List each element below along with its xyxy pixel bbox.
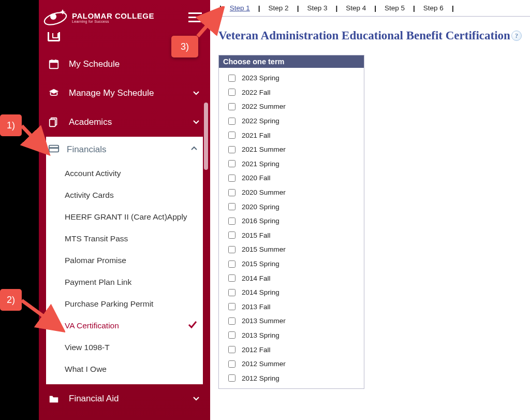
term-row[interactable]: 2014 Spring [228, 285, 362, 300]
term-row[interactable]: 2013 Fall [228, 300, 362, 314]
sub-palomar-promise[interactable]: Palomar Promise [46, 250, 203, 271]
term-label: 2013 Spring [242, 331, 279, 339]
term-row[interactable]: 2021 Spring [228, 157, 362, 171]
term-checkbox[interactable] [228, 75, 235, 82]
term-row[interactable]: 2020 Summer [228, 185, 362, 200]
term-checkbox[interactable] [228, 289, 235, 296]
folder-icon [48, 393, 60, 404]
sub-label: MTS Transit Pass [65, 234, 128, 243]
nav-financials[interactable]: Financials [46, 137, 203, 163]
term-checkbox[interactable] [228, 246, 235, 253]
step-3[interactable]: Step 3 [302, 4, 332, 12]
term-checkbox[interactable] [228, 203, 235, 210]
term-checkbox[interactable] [228, 274, 235, 282]
term-checkbox[interactable] [228, 118, 235, 125]
annotation-badge-2: 2) [0, 289, 22, 311]
term-label: 2012 Fall [242, 346, 271, 354]
step-6[interactable]: Step 6 [418, 4, 449, 12]
documents-icon [48, 117, 60, 128]
term-label: 2015 Summer [242, 245, 286, 253]
step-5[interactable]: Step 5 [379, 4, 410, 12]
term-row[interactable]: 2023 Spring [228, 71, 362, 85]
term-checkbox[interactable] [228, 260, 235, 268]
step-separator: | [449, 4, 457, 12]
nav-manage-schedule[interactable]: Manage My Schedule [39, 79, 210, 108]
term-row[interactable]: 2021 Fall [228, 128, 362, 142]
sub-label: Payment Plan Link [65, 278, 131, 287]
nav-academics[interactable]: Academics [39, 108, 210, 137]
term-label: 2012 Summer [242, 360, 286, 368]
sub-heerf-grant[interactable]: HEERF GRANT II (Care Act)Apply [46, 206, 203, 228]
term-row[interactable]: 2014 Fall [228, 271, 362, 285]
sub-view-1098t[interactable]: View 1098-T [46, 337, 203, 358]
term-row[interactable]: 2015 Fall [228, 228, 362, 243]
term-checkbox[interactable] [228, 89, 235, 96]
step-4[interactable]: Step 4 [341, 4, 371, 12]
term-label: 2021 Summer [242, 146, 286, 153]
term-label: 2014 Spring [242, 288, 279, 296]
term-label: 2013 Summer [242, 317, 286, 325]
sub-va-certification[interactable]: VA Certification [46, 315, 203, 337]
term-checkbox[interactable] [228, 189, 235, 196]
step-1-link[interactable]: Step 1 [225, 4, 255, 12]
term-list: 2023 Spring2022 Fall2022 Summer2022 Spri… [219, 68, 364, 388]
term-row[interactable]: 2012 Summer [228, 357, 362, 371]
help-icon[interactable]: ? [511, 31, 522, 41]
step-separator: | [216, 4, 225, 12]
term-row[interactable]: 2016 Spring [228, 214, 362, 228]
term-row[interactable]: 2020 Spring [228, 199, 362, 214]
term-row[interactable]: 2012 Spring [228, 371, 362, 385]
term-row[interactable]: 2012 Fall [228, 342, 362, 357]
term-row[interactable]: 2015 Spring [228, 257, 362, 271]
term-checkbox[interactable] [228, 317, 235, 325]
annotation-badge-1: 1) [0, 114, 22, 136]
step-2[interactable]: Step 2 [263, 4, 294, 12]
term-checkbox[interactable] [228, 374, 235, 382]
sub-label: VA Certification [65, 321, 119, 330]
sub-payment-plan[interactable]: Payment Plan Link [46, 271, 203, 293]
term-checkbox[interactable] [228, 331, 235, 339]
credit-card-icon [48, 143, 60, 157]
term-checkbox[interactable] [228, 160, 235, 167]
term-checkbox[interactable] [228, 103, 235, 110]
hamburger-menu-icon[interactable] [187, 10, 203, 25]
sidebar-scrollbar[interactable] [204, 103, 208, 170]
chevron-down-icon [193, 118, 201, 126]
sub-what-i-owe[interactable]: What I Owe [46, 358, 203, 380]
sub-account-activity[interactable]: Account Activity [46, 163, 203, 184]
term-checkbox[interactable] [228, 231, 235, 239]
nav-financial-aid[interactable]: Financial Aid [39, 384, 210, 413]
svg-rect-2 [188, 12, 202, 14]
term-checkbox[interactable] [228, 132, 235, 139]
term-checkbox[interactable] [228, 360, 235, 368]
term-row[interactable]: 2021 Summer [228, 142, 362, 157]
sub-activity-cards[interactable]: Activity Cards [46, 184, 203, 206]
term-checkbox[interactable] [228, 218, 235, 225]
term-checkbox[interactable] [228, 346, 235, 353]
term-row[interactable]: 2013 Summer [228, 314, 362, 328]
term-label: 2022 Summer [242, 103, 286, 110]
svg-rect-8 [55, 60, 56, 62]
sub-mts-transit[interactable]: MTS Transit Pass [46, 228, 203, 250]
term-row[interactable]: 2022 Summer [228, 99, 362, 114]
term-row[interactable]: 2015 Summer [228, 242, 362, 257]
sidebar: PALOMAR COLLEGE Learning for Success My … [39, 0, 210, 420]
svg-rect-7 [51, 60, 52, 62]
term-label: 2021 Spring [242, 160, 279, 168]
term-label: 2022 Fall [242, 89, 271, 96]
sub-label: Purchase Parking Permit [65, 299, 153, 309]
term-checkbox[interactable] [228, 146, 235, 153]
term-row[interactable]: 2022 Spring [228, 114, 362, 128]
term-row[interactable]: 2022 Fall [228, 85, 362, 100]
term-row[interactable]: 2020 Fall [228, 171, 362, 185]
sub-parking-permit[interactable]: Purchase Parking Permit [46, 293, 203, 315]
college-logo: PALOMAR COLLEGE Learning for Success [42, 6, 154, 29]
financials-submenu: Financials Account Activity Activity Car… [46, 137, 203, 384]
svg-rect-12 [49, 147, 58, 149]
term-checkbox[interactable] [228, 303, 235, 310]
term-label: 2012 Spring [242, 374, 279, 382]
sub-label: Palomar Promise [65, 256, 126, 265]
term-checkbox[interactable] [228, 175, 235, 182]
annotation-badge-3: 3) [171, 36, 198, 57]
term-row[interactable]: 2013 Spring [228, 328, 362, 343]
